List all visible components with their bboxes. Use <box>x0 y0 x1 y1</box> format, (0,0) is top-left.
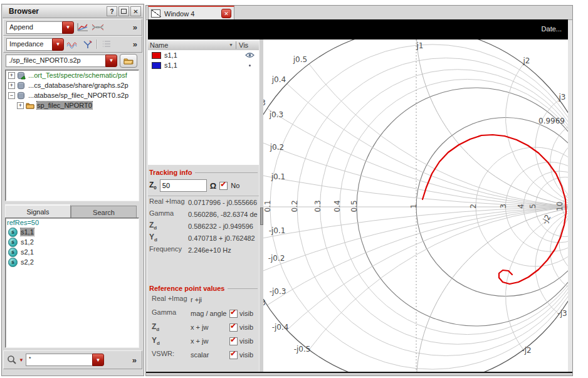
file-row: ./sp_filec_NPORT0.s2p ▼ <box>3 53 142 68</box>
tracking-row-value: 2.246e+10 Hz <box>188 246 231 254</box>
tracking-rows: Real +Imag0.0717996 - j0.555666Gamma0.56… <box>148 196 259 256</box>
reference-row-label: Real +Imag <box>152 295 191 304</box>
folder-icon <box>26 102 34 110</box>
dropdown-arrow-icon[interactable]: ▼ <box>92 354 104 366</box>
expand-icon[interactable]: + <box>17 102 24 109</box>
rim-label-3: 3 <box>263 98 266 107</box>
normalize-checkbox[interactable]: ✔ <box>219 182 228 190</box>
visible-checkbox[interactable]: ✔ <box>229 310 238 318</box>
visible-checkbox[interactable]: ✔ <box>229 351 238 359</box>
z0-input[interactable] <box>160 179 207 192</box>
axis-label-0.4: 0.4 <box>333 200 342 212</box>
trace-info-panel: Name ▼ Vis s1,1s1,1 Tracking info Z0 Ω ✔… <box>148 39 260 372</box>
tracking-row-label: Frequency <box>149 245 188 255</box>
plot-header-bar: Date... <box>148 19 568 39</box>
visible-checkbox[interactable]: ✔ <box>229 323 238 332</box>
toolbar2-more-button[interactable]: » <box>131 39 139 49</box>
line-plot-icon[interactable] <box>76 22 89 33</box>
database-import-icon <box>17 71 26 80</box>
reference-row-label: Yd <box>152 336 191 346</box>
rim-label-j01: -j0.1 <box>269 226 286 235</box>
application-root: Browser ? ✕ Append ▼ » I <box>0 0 588 378</box>
waveform-icon[interactable] <box>66 39 79 50</box>
reactance-arc--j1 <box>416 207 568 372</box>
collapse-icon[interactable]: − <box>8 92 15 99</box>
sort-desc-icon: ▼ <box>229 43 233 47</box>
plot-window-icon <box>151 9 160 18</box>
reference-row-format: x + jw <box>191 323 229 331</box>
legend-rows: s1,1s1,1 <box>148 50 259 165</box>
dropdown-arrow-icon[interactable]: ▼ <box>62 21 74 34</box>
signal-item-s12[interactable]: ss1,2 <box>6 237 139 247</box>
legend-row[interactable]: s1,1 <box>148 50 259 60</box>
search-options-caret[interactable]: ▼ <box>19 357 24 363</box>
visible-checkbox[interactable]: ✔ <box>229 337 238 345</box>
tracking-row-label: Real +Imag <box>149 197 188 207</box>
reference-point-title: Reference point values <box>148 283 259 293</box>
legend-header[interactable]: Name ▼ Vis <box>148 39 259 51</box>
reactance-arc-j0.4 <box>287 83 568 207</box>
close-button[interactable]: ✕ <box>130 6 141 16</box>
visible-label: visib <box>239 351 253 359</box>
tab-signals[interactable]: Signals <box>5 204 71 218</box>
browser-toolbar-1: Append ▼ » <box>3 19 142 36</box>
tree-item-label: ...atabase/sp_filec_NPORT0.s2p <box>28 92 129 99</box>
tab-close-button[interactable]: ✕ <box>221 9 231 18</box>
tracking-row-zd: Zd0.586232 - j0.949596 <box>148 220 259 232</box>
plot-type-value: Impedance <box>6 38 52 51</box>
eye-diagram-icon[interactable] <box>92 22 104 33</box>
tracking-row-value: 0.0717996 - j0.555666 <box>188 199 257 206</box>
smith-chart-area[interactable]: 0.10.20.30.40.51234510j0.5j0.43j0.3j0.2j… <box>263 39 568 372</box>
reference-row-yd: Ydx + jw✔visib <box>148 334 259 348</box>
list-icon[interactable] <box>100 39 113 50</box>
ohm-symbol: Ω <box>210 181 216 191</box>
tree-item--cs-database-share-graphs-s2p[interactable]: +...cs_database/share/graphs.s2p <box>6 80 139 90</box>
expand-icon[interactable]: + <box>8 82 15 89</box>
tree-item--ort-test-spectre-schematic-psf[interactable]: +...ort_Test/spectre/schematic/psf <box>6 70 139 80</box>
tracking-info-section: Tracking info Z0 Ω ✔ No Real +Imag0.0717… <box>148 167 259 256</box>
rim-label-j1: j1 <box>416 41 424 50</box>
plot-type-combo[interactable]: Impedance ▼ <box>6 38 64 51</box>
open-file-button[interactable] <box>120 54 137 68</box>
smith-chart-canvas[interactable]: 0.10.20.30.40.51234510j0.5j0.43j0.3j0.2j… <box>263 39 568 372</box>
browser-title: Browser <box>9 7 39 16</box>
reference-row-format: x + jw <box>191 337 229 345</box>
append-mode-combo[interactable]: Append ▼ <box>6 21 74 34</box>
expand-icon[interactable]: + <box>8 72 15 79</box>
tracking-row-gamma: Gamma0.560286, -82.6374 de <box>148 208 259 220</box>
append-mode-value: Append <box>6 21 62 34</box>
file-combo[interactable]: ./sp_filec_NPORT0.s2p ▼ <box>6 55 117 67</box>
visibility-toggle[interactable] <box>240 65 259 66</box>
window-tab[interactable]: Window 4 ✕ <box>148 6 234 20</box>
toolbar1-more-button[interactable]: » <box>131 23 139 32</box>
float-button[interactable] <box>118 6 129 16</box>
legend-name-column[interactable]: Name <box>150 41 168 49</box>
help-button[interactable]: ? <box>107 6 117 16</box>
search-icon[interactable] <box>7 355 17 365</box>
dropdown-arrow-icon[interactable]: ▼ <box>52 38 64 51</box>
dropdown-arrow-icon[interactable]: ▼ <box>105 55 117 67</box>
filter-combo[interactable]: * ▼ <box>26 354 104 366</box>
tracking-row-frequency: Frequency2.246e+10 Hz <box>148 244 259 256</box>
signal-item-s21[interactable]: ss2,1 <box>6 247 139 257</box>
branch-icon[interactable] <box>81 39 94 50</box>
reference-row-format: mag / angle <box>191 310 229 317</box>
browser-toolbar-2: Impedance ▼ » <box>3 36 142 53</box>
browser-titlebar[interactable]: Browser ? ✕ <box>3 5 143 18</box>
signal-label: s2,2 <box>21 258 34 266</box>
axis-label-0.2: 0.2 <box>290 200 299 212</box>
visibility-toggle[interactable] <box>240 52 259 58</box>
search-more-button[interactable]: » <box>130 355 139 365</box>
signal-item-s11[interactable]: ss1,1 <box>6 227 139 237</box>
tree-item-sp-filec-nport0[interactable]: +sp_filec_NPORT0 <box>14 100 139 110</box>
check-icon: ✔ <box>230 349 236 358</box>
rim-label-j01: j0.1 <box>271 172 285 181</box>
signal-item-s22[interactable]: ss2,2 <box>6 257 139 267</box>
tree-item--atabase-sp-filec-nport0-s2p[interactable]: −...atabase/sp_filec_NPORT0.s2p <box>6 90 139 100</box>
tab-search[interactable]: Search <box>71 206 137 218</box>
legend-vis-column[interactable]: Vis <box>236 41 259 49</box>
reactance-arc--j0.5 <box>309 207 568 350</box>
legend-row[interactable]: s1,1 <box>148 60 259 70</box>
visible-label: visib <box>239 310 253 317</box>
signal-icon: s <box>8 258 18 267</box>
